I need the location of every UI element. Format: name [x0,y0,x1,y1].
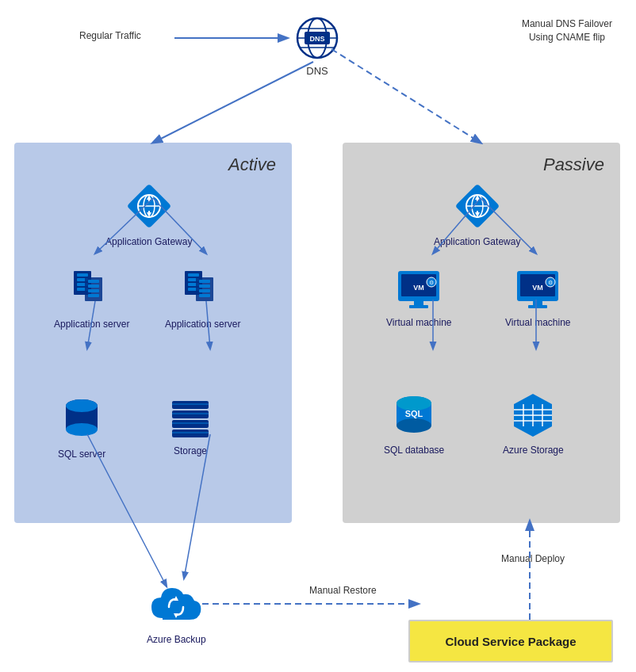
svg-text:⚙: ⚙ [429,280,434,285]
app-server-2-label: Application server [165,319,240,330]
cloud-service-package-box: Cloud Service Package [408,620,613,662]
svg-rect-34 [199,294,210,297]
svg-rect-26 [188,273,199,277]
azure-storage-icon [511,392,555,438]
svg-rect-67 [533,301,542,305]
azure-backup-label: Azure Backup [147,634,206,645]
vm-1: VM ⚙ Virtual machine [386,269,452,328]
dns-label: DNS [285,65,349,77]
svg-line-87 [331,49,481,143]
svg-point-73 [397,418,431,433]
svg-rect-44 [172,430,209,437]
sql-server: SQL server [58,396,105,460]
svg-rect-41 [172,401,209,409]
svg-rect-16 [77,273,88,277]
active-box: Active Application Gateway [14,143,292,523]
svg-rect-22 [88,284,99,288]
active-title: Active [228,155,276,175]
storage-active: Storage [169,396,212,456]
azure-backup: Azure Backup [147,578,206,645]
manual-dns-label: Manual DNS Failover Using CNAME flip [522,17,612,44]
svg-rect-61 [409,305,428,308]
svg-rect-32 [199,284,210,288]
svg-text:VM: VM [533,284,544,292]
cloud-service-package-label: Cloud Service Package [445,635,576,648]
manual-restore-label: Manual Restore [309,585,377,596]
vm-2-icon: VM ⚙ [515,269,560,311]
svg-text:⚙: ⚙ [548,280,553,285]
svg-rect-24 [88,294,99,297]
svg-text:VM: VM [414,284,425,292]
app-gateway-active-icon [125,182,173,230]
azure-backup-icon [148,578,204,628]
svg-rect-68 [528,305,547,308]
app-gateway-passive-icon [454,182,501,230]
app-gateway-passive: Application Gateway [434,182,520,247]
vm-1-label: Virtual machine [386,317,452,328]
sql-server-label: SQL server [58,449,105,460]
app-server-2-icon [182,269,224,312]
svg-rect-43 [172,420,209,428]
vm-2-label: Virtual machine [505,317,571,328]
svg-text:SQL: SQL [405,409,423,418]
vm-1-icon: VM ⚙ [397,269,441,311]
svg-point-38 [66,399,98,412]
svg-text:DNS: DNS [309,35,324,43]
app-server-1-label: Application server [54,319,129,330]
svg-rect-21 [88,280,99,283]
app-gateway-active-label: Application Gateway [105,236,192,247]
svg-rect-42 [172,410,209,418]
dns-icon: DNS [295,16,339,60]
app-server-1-icon [71,269,113,312]
sql-database: SQL SQL database [384,392,444,456]
sql-server-icon [60,396,103,442]
storage-active-label: Storage [169,445,212,456]
svg-rect-31 [199,280,210,283]
sql-database-icon: SQL [391,392,437,438]
svg-rect-23 [88,289,99,292]
app-gateway-active: Application Gateway [105,182,192,247]
manual-deploy-label: Manual Deploy [501,553,565,564]
svg-rect-60 [414,301,423,305]
passive-title: Passive [543,155,604,175]
sql-database-label: SQL database [384,445,444,456]
app-gateway-passive-label: Application Gateway [434,236,520,247]
regular-traffic-label: Regular Traffic [79,30,141,41]
azure-storage: Azure Storage [503,392,564,456]
app-server-1: Application server [54,269,129,330]
vm-2: VM ⚙ Virtual machine [505,269,571,328]
dns-globe: DNS DNS [285,16,349,77]
svg-rect-33 [199,289,210,292]
passive-box: Passive Application Gateway VM [343,143,620,523]
app-server-2: Application server [165,269,240,330]
svg-point-37 [66,423,98,436]
storage-active-icon [169,396,212,439]
diagram-container: DNS DNS Regular Traffic Manual DNS Failo… [0,0,636,672]
azure-storage-label: Azure Storage [503,445,564,456]
